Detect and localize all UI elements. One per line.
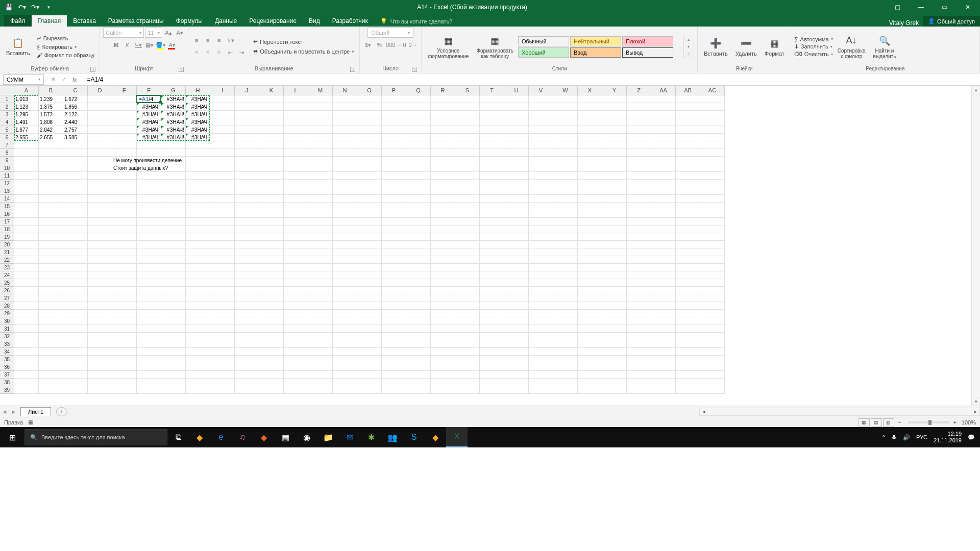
cell[interactable] bbox=[700, 203, 725, 210]
zoom-slider[interactable] bbox=[908, 421, 949, 423]
cell[interactable] bbox=[112, 187, 137, 195]
cell[interactable]: 1.123 bbox=[14, 103, 39, 111]
cell[interactable] bbox=[504, 103, 529, 111]
cell[interactable] bbox=[235, 333, 259, 340]
cell[interactable] bbox=[504, 141, 529, 149]
cell[interactable] bbox=[63, 325, 88, 333]
cell[interactable] bbox=[504, 111, 529, 118]
row-header[interactable]: 22 bbox=[0, 256, 14, 264]
cell[interactable] bbox=[700, 241, 725, 248]
scroll-right-icon[interactable]: ► bbox=[971, 409, 979, 414]
cell[interactable] bbox=[39, 356, 63, 363]
cell[interactable] bbox=[284, 187, 308, 195]
cell[interactable] bbox=[284, 371, 308, 379]
cell[interactable] bbox=[333, 386, 357, 394]
cell[interactable] bbox=[63, 348, 88, 356]
cell[interactable] bbox=[602, 279, 627, 287]
cell[interactable] bbox=[382, 340, 406, 348]
cell[interactable] bbox=[333, 333, 357, 340]
horizontal-scrollbar[interactable]: ◄ ► bbox=[699, 408, 980, 416]
cell[interactable] bbox=[627, 195, 651, 203]
cell[interactable] bbox=[39, 264, 63, 271]
cell[interactable] bbox=[455, 187, 480, 195]
row-header[interactable]: 17 bbox=[0, 218, 14, 226]
cell[interactable] bbox=[259, 371, 284, 379]
cell[interactable] bbox=[553, 248, 578, 256]
cell[interactable] bbox=[210, 180, 235, 187]
cell[interactable] bbox=[480, 226, 504, 233]
cell[interactable] bbox=[627, 218, 651, 226]
cell[interactable] bbox=[39, 233, 63, 241]
cell[interactable] bbox=[137, 149, 161, 157]
cell[interactable] bbox=[39, 248, 63, 256]
cell[interactable] bbox=[676, 271, 700, 279]
cell[interactable] bbox=[14, 149, 39, 157]
cell[interactable] bbox=[504, 264, 529, 271]
cell[interactable] bbox=[676, 302, 700, 310]
cell[interactable] bbox=[406, 134, 431, 141]
cell[interactable] bbox=[14, 317, 39, 325]
cell[interactable] bbox=[235, 371, 259, 379]
cell[interactable] bbox=[284, 218, 308, 226]
cell[interactable] bbox=[627, 363, 651, 371]
cell[interactable] bbox=[137, 226, 161, 233]
cell[interactable] bbox=[676, 164, 700, 172]
cell[interactable]: Не могу произвести деление bbox=[112, 157, 137, 164]
cell[interactable] bbox=[529, 371, 553, 379]
cell[interactable] bbox=[627, 141, 651, 149]
cell[interactable] bbox=[210, 340, 235, 348]
cell[interactable] bbox=[210, 195, 235, 203]
col-header[interactable]: L bbox=[284, 86, 308, 95]
cell[interactable] bbox=[235, 218, 259, 226]
cell[interactable] bbox=[235, 195, 259, 203]
cell[interactable]: #ЗНАЧ! bbox=[161, 103, 186, 111]
cell[interactable] bbox=[137, 248, 161, 256]
cell[interactable] bbox=[39, 164, 63, 172]
cell[interactable] bbox=[431, 149, 455, 157]
cell[interactable] bbox=[39, 256, 63, 264]
cell[interactable] bbox=[210, 164, 235, 172]
cell[interactable] bbox=[186, 340, 210, 348]
cell[interactable] bbox=[357, 386, 382, 394]
cell[interactable] bbox=[553, 371, 578, 379]
cell[interactable] bbox=[504, 333, 529, 340]
cell[interactable] bbox=[259, 241, 284, 248]
cell[interactable] bbox=[63, 172, 88, 180]
cell[interactable] bbox=[406, 226, 431, 233]
cell[interactable] bbox=[431, 371, 455, 379]
tab-data[interactable]: Данные bbox=[209, 15, 243, 27]
calculator-icon[interactable]: ▦ bbox=[275, 427, 296, 447]
cell[interactable]: 1.572 bbox=[39, 111, 63, 118]
row-header[interactable]: 31 bbox=[0, 325, 14, 333]
cell[interactable] bbox=[357, 264, 382, 271]
cell[interactable] bbox=[161, 371, 186, 379]
cell[interactable] bbox=[602, 317, 627, 325]
cell[interactable] bbox=[308, 157, 333, 164]
cell[interactable] bbox=[63, 149, 88, 157]
cell[interactable] bbox=[88, 340, 112, 348]
col-header[interactable]: P bbox=[382, 86, 406, 95]
cell[interactable] bbox=[382, 111, 406, 118]
cell[interactable] bbox=[333, 348, 357, 356]
cell[interactable] bbox=[112, 126, 137, 134]
redo-icon[interactable]: ↷▾ bbox=[31, 3, 40, 12]
cell[interactable] bbox=[210, 95, 235, 103]
cell[interactable]: 2.655 bbox=[39, 134, 63, 141]
cell[interactable] bbox=[651, 203, 676, 210]
cell[interactable] bbox=[602, 371, 627, 379]
cell[interactable] bbox=[137, 340, 161, 348]
itunes-icon[interactable]: ♫ bbox=[232, 427, 253, 447]
cell[interactable] bbox=[39, 371, 63, 379]
cell[interactable] bbox=[235, 180, 259, 187]
cell[interactable] bbox=[529, 333, 553, 340]
cancel-formula-icon[interactable]: ✕ bbox=[51, 76, 56, 83]
cell[interactable] bbox=[480, 363, 504, 371]
cell[interactable] bbox=[676, 279, 700, 287]
cell[interactable] bbox=[14, 302, 39, 310]
cell[interactable] bbox=[578, 195, 602, 203]
cell[interactable] bbox=[284, 256, 308, 264]
col-header[interactable]: Y bbox=[602, 86, 627, 95]
cell[interactable] bbox=[308, 325, 333, 333]
cell[interactable] bbox=[455, 287, 480, 294]
cell[interactable] bbox=[431, 218, 455, 226]
